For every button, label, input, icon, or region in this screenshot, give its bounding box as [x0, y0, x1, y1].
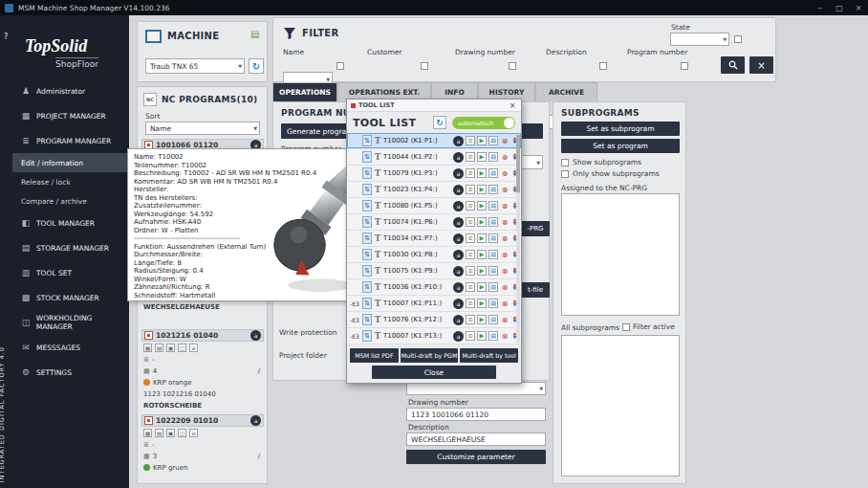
tool-row[interactable]: ⇅TT10075 (K1:P9:)a≡▶▤⊗▲▼	[347, 263, 521, 279]
info-doc-icon[interactable]: ▤	[488, 233, 498, 243]
dialog-close-button[interactable]: Close	[372, 366, 496, 379]
sidebar-item-tool-manager[interactable]: ◧TOOL MANAGER	[12, 211, 129, 235]
nc-prg-button[interactable]: -PRG	[521, 221, 550, 236]
info-doc-icon[interactable]: ▤	[488, 266, 498, 276]
print-icon[interactable]: ▣	[166, 429, 175, 437]
sync-icon[interactable]: a	[453, 266, 464, 277]
close-button[interactable]: ×	[849, 0, 868, 15]
draft-icon[interactable]: ▶	[477, 233, 487, 243]
description-input[interactable]: WECHSELGEHAEUSE	[406, 433, 546, 446]
program-item-header[interactable]: 1022209 01010 a	[141, 414, 264, 427]
only-show-subprograms-checkbox[interactable]	[561, 170, 569, 178]
position-icon[interactable]: ⇅	[362, 200, 372, 211]
tool-row[interactable]: -E3⇅TT10007 (K1:P11:)a≡▶▤⊗▲▼	[347, 296, 521, 312]
info-doc-icon[interactable]: ▤	[488, 315, 498, 324]
info-doc-icon[interactable]: ▤	[488, 168, 498, 178]
remove-icon[interactable]: ⊗	[500, 299, 510, 308]
drawing-number-input[interactable]: 1123 1001066 01120	[406, 408, 546, 421]
chart-icon[interactable]: ◫	[178, 344, 186, 352]
remove-icon[interactable]: ⊗	[500, 186, 510, 194]
filter-customer-checkbox[interactable]	[421, 62, 428, 70]
sidebar-item-administrator[interactable]: ♟Administrator	[12, 78, 129, 103]
tab-archive[interactable]: ARCHIVE	[535, 82, 597, 101]
msm-list-pdf-button[interactable]: MSM list PDF	[350, 348, 399, 363]
list-doc-icon[interactable]: ≡	[466, 299, 475, 308]
sidebar-item-project-manager[interactable]: ▦PROJECT MANAGER	[12, 103, 129, 128]
program-item-header[interactable]: 1021216 01040 a	[141, 329, 264, 342]
machine-select[interactable]: Traub TNX 65	[145, 58, 245, 74]
remove-icon[interactable]: ⊗	[500, 332, 510, 341]
remove-icon[interactable]: ⊗	[500, 169, 510, 178]
filter-active-checkbox[interactable]	[622, 323, 630, 331]
structure-icon[interactable]: ▦	[143, 344, 152, 352]
sync-icon[interactable]: a	[453, 250, 464, 260]
multi-draft-by-pgm-button[interactable]: Multi-draft by PGM	[401, 348, 459, 363]
draft-icon[interactable]: ▶	[477, 331, 487, 341]
sync-icon[interactable]: a	[453, 282, 464, 293]
sidebar-item-storage-manager[interactable]: ▤STORAGE MANAGER	[12, 235, 129, 260]
tool-row[interactable]: ⇅TT10079 (K1:P3:)a≡▶▤⊗▲▼	[347, 166, 521, 182]
position-icon[interactable]: ⇅	[362, 167, 372, 179]
list-doc-icon[interactable]: ≡	[466, 168, 475, 178]
list-doc-icon[interactable]: ≡	[466, 282, 475, 292]
remove-icon[interactable]: ⊗	[500, 153, 510, 162]
draft-icon[interactable]: ▶	[477, 250, 487, 259]
remove-icon[interactable]: ⊗	[500, 251, 510, 259]
remove-icon[interactable]: ⊗	[500, 267, 510, 276]
sidebar-item-tool-set[interactable]: ▥TOOL SET	[12, 260, 129, 285]
remove-icon[interactable]: ⊗	[500, 202, 510, 211]
draft-icon[interactable]: ▶	[477, 217, 487, 227]
minimize-button[interactable]: –	[811, 0, 830, 15]
draft-icon[interactable]: ▶	[477, 266, 487, 276]
position-icon[interactable]: ⇅	[362, 281, 372, 293]
filter-name-checkbox[interactable]	[336, 62, 344, 70]
automatic-toggle[interactable]: automatisch	[452, 117, 515, 129]
info-doc-icon[interactable]: ▤	[488, 250, 498, 259]
sync-icon[interactable]: a	[453, 315, 464, 325]
tab-operations[interactable]: OPERATIONS	[272, 82, 337, 101]
list-doc-icon[interactable]: ≡	[466, 201, 475, 211]
clear-filter-button[interactable]: ×	[749, 56, 773, 74]
set-as-subprogram-button[interactable]: Set as subprogram	[561, 122, 680, 136]
t-file-button[interactable]: t-file	[521, 282, 550, 298]
machine-refresh-button[interactable]: ↻	[249, 58, 264, 74]
draft-icon[interactable]: ▶	[477, 136, 487, 145]
draft-icon[interactable]: ▶	[477, 282, 487, 292]
tool-book-icon[interactable]: ▤	[250, 29, 259, 39]
list-icon[interactable]: ≡	[189, 344, 198, 352]
help-icon[interactable]: ?	[4, 33, 8, 41]
info-doc-icon[interactable]: ▤	[488, 185, 498, 194]
state-select[interactable]	[670, 33, 729, 46]
position-icon[interactable]: ⇅	[362, 249, 372, 260]
info-doc-icon[interactable]: ▤	[488, 217, 498, 227]
structure-icon[interactable]: ▦	[143, 429, 152, 437]
sync-icon[interactable]: a	[453, 185, 464, 195]
remove-icon[interactable]: ⊗	[500, 316, 510, 324]
tool-row[interactable]: ⇅TT10080 (K1:P5:)a≡▶▤⊗▲▼	[347, 198, 521, 214]
tool-row[interactable]: ⇅TT10030 (K1:P8:)a≡▶▤⊗▲▼	[347, 247, 521, 263]
sync-icon[interactable]: a	[453, 168, 464, 179]
sidebar-sub-compare-archive[interactable]: Compare / archive	[12, 191, 129, 211]
position-icon[interactable]: ⇅	[362, 233, 372, 244]
sidebar-item-messages[interactable]: ✉MESSSAGES	[12, 335, 129, 360]
tool-list-refresh-button[interactable]: ↻	[433, 116, 446, 129]
info-doc-icon[interactable]: ▤	[488, 282, 498, 292]
draft-icon[interactable]: ▶	[477, 315, 487, 324]
tool-row[interactable]: ⇅TT10044 (K1:P2:)a≡▶▤⊗▲▼	[347, 149, 521, 166]
position-icon[interactable]: ⇅	[362, 184, 372, 195]
sidebar-sub-release-lock[interactable]: Release / lock	[12, 172, 129, 191]
list-doc-icon[interactable]: ≡	[466, 233, 475, 243]
info-doc-icon[interactable]: ▤	[488, 331, 498, 341]
list-doc-icon[interactable]: ≡	[466, 250, 475, 259]
list-icon[interactable]: ≡	[189, 429, 198, 437]
position-icon[interactable]: ⇅	[362, 265, 372, 277]
info-doc-icon[interactable]: ▤	[488, 201, 498, 211]
sort-select[interactable]: Name	[145, 122, 260, 135]
sidebar-sub-edit-information[interactable]: Edit / information	[12, 153, 129, 172]
dialog-title-bar[interactable]: TOOL LIST ×	[347, 100, 521, 112]
remove-icon[interactable]: ⊗	[500, 137, 510, 145]
info-doc-icon[interactable]: ▤	[488, 152, 498, 162]
dialog-close-icon[interactable]: ×	[508, 101, 517, 110]
position-icon[interactable]: ⇅	[362, 151, 372, 163]
tool-row[interactable]: -E3⇅TT10007 (K1:P13:)a≡▶▤⊗▲▼	[347, 328, 521, 344]
